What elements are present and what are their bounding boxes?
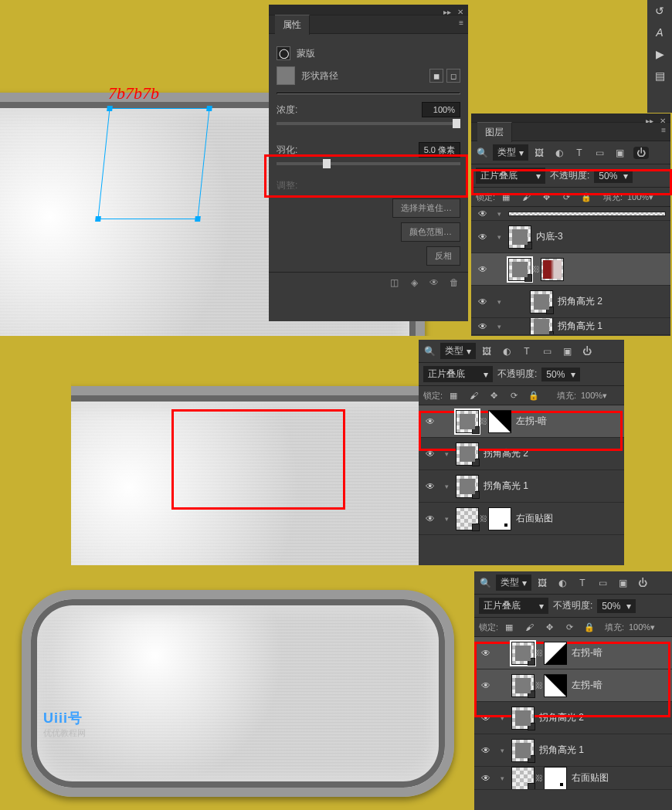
character-icon[interactable]: A bbox=[653, 26, 666, 39]
visibility-icon[interactable]: 👁 bbox=[479, 713, 493, 724]
visibility-icon[interactable]: 👁 bbox=[476, 232, 490, 242]
layer-item[interactable]: 👁▾ 拐角高光 1 bbox=[474, 734, 672, 767]
visibility-icon[interactable]: 👁 bbox=[479, 745, 493, 756]
filter-type-select[interactable]: 类型▾ bbox=[496, 574, 531, 591]
layer-item[interactable]: 👁 ⛓ 左拐-暗 bbox=[474, 669, 672, 702]
toggle-mask-icon[interactable]: 👁 bbox=[428, 276, 440, 289]
lock-all-icon[interactable]: 🔒 bbox=[580, 191, 592, 203]
feather-value[interactable]: 5.0 像素 bbox=[419, 142, 460, 158]
lock-move-icon[interactable]: ✥ bbox=[543, 621, 555, 633]
invert-button[interactable]: 反相 bbox=[426, 246, 460, 266]
filter-adjustment-icon[interactable]: ◐ bbox=[556, 577, 568, 589]
search-icon[interactable]: 🔍 bbox=[476, 147, 488, 159]
properties-tab[interactable]: 属性 bbox=[275, 15, 310, 35]
blend-mode-select[interactable]: 正片叠底▾ bbox=[479, 598, 548, 614]
fill-color-swatch[interactable] bbox=[277, 66, 295, 85]
blend-mode-select[interactable]: 正片叠底▾ bbox=[476, 168, 545, 184]
mask-mode-icon[interactable]: ◯ bbox=[277, 46, 290, 60]
lock-trans-icon[interactable]: ▦ bbox=[447, 389, 460, 402]
density-slider[interactable] bbox=[277, 122, 460, 125]
layer-item[interactable]: 👁▾ 拐角高光 2 bbox=[471, 286, 670, 318]
lock-artboard-icon[interactable]: ⟳ bbox=[507, 389, 520, 402]
visibility-icon[interactable]: 👁 bbox=[479, 773, 493, 784]
load-selection-icon[interactable]: ◫ bbox=[388, 276, 400, 289]
visibility-icon[interactable]: 👁 bbox=[423, 416, 437, 427]
filter-smart-icon[interactable]: ▣ bbox=[616, 577, 629, 589]
visibility-icon[interactable]: 👁 bbox=[476, 297, 490, 307]
lock-brush-icon[interactable]: 🖌 bbox=[523, 621, 535, 633]
lock-all-icon[interactable]: 🔒 bbox=[528, 389, 540, 402]
delete-mask-icon[interactable]: 🗑 bbox=[448, 276, 460, 289]
layer-item[interactable]: 👁▾ 拐角高光 2 bbox=[419, 438, 624, 470]
lock-trans-icon[interactable]: ▦ bbox=[500, 191, 512, 203]
visibility-icon[interactable]: 👁 bbox=[476, 208, 490, 219]
filter-type-select[interactable]: 类型▾ bbox=[493, 144, 528, 161]
filter-smart-icon[interactable]: ▣ bbox=[613, 147, 626, 159]
layer-item[interactable]: 👁▾ 拐角高光 1 bbox=[419, 470, 624, 503]
visibility-icon[interactable]: 👁 bbox=[476, 321, 490, 332]
history-icon[interactable]: ↺ bbox=[653, 5, 666, 17]
lock-brush-icon[interactable]: 🖌 bbox=[520, 191, 532, 203]
visibility-icon[interactable]: 👁 bbox=[423, 449, 437, 459]
filter-shape-icon[interactable]: ▭ bbox=[593, 147, 606, 159]
filter-adjustment-icon[interactable]: ◐ bbox=[501, 345, 513, 358]
feather-slider[interactable] bbox=[277, 162, 460, 165]
filter-toggle-icon[interactable]: ⏻ bbox=[636, 577, 649, 589]
vector-mask-icon[interactable]: ◻ bbox=[446, 69, 460, 83]
fill-value[interactable]: 100%▾ bbox=[627, 192, 666, 202]
layer-item[interactable]: 👁 ⛓ 左拐-暗 bbox=[419, 405, 624, 438]
filter-shape-icon[interactable]: ▭ bbox=[596, 577, 609, 589]
visibility-icon[interactable]: 👁 bbox=[479, 648, 493, 659]
layer-item[interactable]: 👁 ⛓ 右拐-暗 bbox=[474, 637, 672, 669]
layer-item[interactable]: 👁▾ 拐角高光 1 bbox=[471, 318, 670, 335]
fill-value[interactable]: 100%▾ bbox=[581, 391, 619, 401]
blend-mode-select[interactable]: 正片叠底▾ bbox=[423, 366, 493, 382]
apply-mask-icon[interactable]: ◈ bbox=[408, 276, 420, 289]
fill-value[interactable]: 100%▾ bbox=[629, 622, 667, 632]
filter-image-icon[interactable]: 🖼 bbox=[533, 147, 545, 159]
transform-selection[interactable] bbox=[97, 108, 209, 219]
filter-image-icon[interactable]: 🖼 bbox=[480, 345, 493, 358]
lock-all-icon[interactable]: 🔒 bbox=[583, 621, 596, 633]
swatches-icon[interactable]: ▤ bbox=[653, 69, 666, 82]
filter-toggle-icon[interactable]: ⏻ bbox=[633, 147, 649, 159]
lock-artboard-icon[interactable]: ⟳ bbox=[560, 191, 572, 203]
lock-move-icon[interactable]: ✥ bbox=[487, 389, 500, 402]
opacity-value[interactable]: 50%▾ bbox=[594, 169, 633, 183]
lock-brush-icon[interactable]: 🖌 bbox=[467, 389, 480, 402]
select-and-mask-button[interactable]: 选择并遮住… bbox=[392, 198, 460, 218]
search-icon[interactable]: 🔍 bbox=[479, 577, 491, 589]
layers-tab[interactable]: 图层 bbox=[477, 122, 512, 142]
filter-adjustment-icon[interactable]: ◐ bbox=[553, 147, 565, 159]
filter-type-icon[interactable]: T bbox=[576, 577, 589, 589]
layer-item[interactable]: 👁▾ ⛓ 右面贴图 bbox=[419, 503, 624, 535]
color-range-button[interactable]: 颜色范围… bbox=[401, 222, 460, 242]
filter-smart-icon[interactable]: ▣ bbox=[561, 345, 573, 358]
visibility-icon[interactable]: 👁 bbox=[476, 264, 490, 275]
layer-item[interactable]: 👁▾ 拐角高光 2 bbox=[474, 702, 672, 734]
layer-item[interactable]: 👁 ▾ bbox=[471, 207, 670, 221]
filter-type-select[interactable]: 类型▾ bbox=[440, 343, 476, 359]
opacity-value[interactable]: 50%▾ bbox=[541, 368, 580, 381]
filter-type-icon[interactable]: T bbox=[573, 147, 585, 159]
filter-shape-icon[interactable]: ▭ bbox=[541, 345, 553, 358]
filter-image-icon[interactable]: 🖼 bbox=[536, 577, 548, 589]
lock-trans-icon[interactable]: ▦ bbox=[503, 621, 515, 633]
lock-artboard-icon[interactable]: ⟳ bbox=[563, 621, 575, 633]
search-icon[interactable]: 🔍 bbox=[423, 345, 436, 358]
visibility-icon[interactable]: 👁 bbox=[479, 680, 493, 691]
pixel-mask-icon[interactable]: ◼ bbox=[429, 69, 443, 83]
layer-item[interactable]: 👁▾ 内底-3 bbox=[471, 221, 670, 253]
menu-icon[interactable]: ≡ bbox=[661, 126, 666, 134]
menu-icon[interactable]: ≡ bbox=[459, 19, 463, 27]
layer-item[interactable]: 👁 ⛓ bbox=[471, 253, 670, 286]
opacity-value[interactable]: 50%▾ bbox=[597, 599, 636, 613]
visibility-icon[interactable]: 👁 bbox=[423, 481, 437, 492]
layer-item[interactable]: 👁▾ ⛓ 右面贴图 bbox=[474, 767, 672, 790]
density-value[interactable]: 100% bbox=[422, 102, 460, 117]
lock-move-icon[interactable]: ✥ bbox=[540, 191, 552, 203]
filter-toggle-icon[interactable]: ⏻ bbox=[581, 345, 593, 358]
visibility-icon[interactable]: 👁 bbox=[423, 513, 437, 524]
play-icon[interactable]: ▶ bbox=[653, 48, 666, 60]
filter-type-icon[interactable]: T bbox=[521, 345, 533, 358]
